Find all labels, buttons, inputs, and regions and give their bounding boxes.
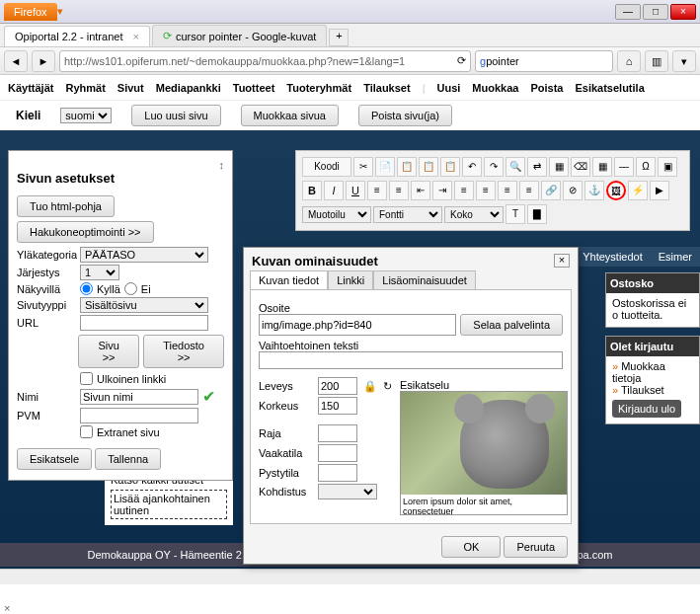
height-field[interactable] <box>318 397 357 415</box>
menu-delete[interactable]: Poista <box>530 82 563 94</box>
browse-server-button[interactable]: Selaa palvelinta <box>460 314 563 336</box>
file-chooser-button[interactable]: Tiedosto >> <box>143 335 224 368</box>
pagetype-select[interactable]: Sisältösivu <box>80 297 208 313</box>
indent-icon[interactable]: ⇥ <box>432 181 452 200</box>
name-field[interactable] <box>80 389 198 405</box>
replace-icon[interactable]: ⇄ <box>527 157 547 177</box>
add-news-button[interactable]: Lisää ajankohtainen uutinen <box>111 490 227 519</box>
close-button[interactable]: × <box>670 4 696 20</box>
bullet-list-icon[interactable]: ≡ <box>389 181 409 200</box>
redo-icon[interactable]: ↷ <box>484 157 504 177</box>
unlink-icon[interactable]: ⊘ <box>563 181 583 200</box>
lock-icon[interactable]: 🔒 <box>363 380 377 393</box>
maximize-button[interactable]: □ <box>643 4 668 20</box>
new-page-button[interactable]: Luo uusi sivu <box>131 105 220 126</box>
menu-preview[interactable]: Esikatselutila <box>575 82 644 94</box>
bgcolor-icon[interactable]: ▇ <box>527 204 547 224</box>
menu-button[interactable]: ▾ <box>672 50 696 72</box>
reload-icon[interactable]: ⟳ <box>457 54 466 67</box>
format-select[interactable]: Muotoilu <box>302 206 371 223</box>
ok-button[interactable]: OK <box>441 536 501 558</box>
bookmarks-button[interactable]: ▥ <box>645 50 668 72</box>
numbered-list-icon[interactable]: ≡ <box>367 181 387 200</box>
new-tab-button[interactable]: + <box>329 29 349 46</box>
align-center-icon[interactable]: ≡ <box>476 181 496 200</box>
menu-new[interactable]: Uusi <box>437 82 461 94</box>
anchor-icon[interactable]: ⚓ <box>584 181 604 200</box>
language-select[interactable]: suomi <box>60 108 112 123</box>
border-field[interactable] <box>318 424 357 442</box>
save-button[interactable]: Tallenna <box>95 448 161 470</box>
textcolor-icon[interactable]: T <box>506 204 525 224</box>
tab-image-info[interactable]: Kuvan tiedot <box>250 270 328 289</box>
align-select[interactable] <box>318 484 377 499</box>
select-all-icon[interactable]: ▦ <box>549 157 569 177</box>
menu-productgroups[interactable]: Tuoteryhmät <box>286 82 351 94</box>
horizontal-scrollbar[interactable] <box>0 569 700 584</box>
external-link-checkbox[interactable] <box>80 372 93 385</box>
size-select[interactable]: Koko <box>444 206 504 223</box>
justify-icon[interactable]: ≡ <box>519 181 539 200</box>
order-select[interactable]: 1 <box>80 265 119 280</box>
font-select[interactable]: Fontti <box>373 206 442 223</box>
logout-button[interactable]: Kirjaudu ulo <box>612 400 681 418</box>
flash-icon[interactable]: ⚡ <box>628 181 648 200</box>
table-icon[interactable]: ▦ <box>592 157 612 177</box>
dialog-close-button[interactable]: × <box>554 254 570 268</box>
seo-button[interactable]: Hakukoneoptimointi >> <box>17 221 154 243</box>
image-icon[interactable]: 🖼 <box>606 181 626 200</box>
extranet-checkbox[interactable] <box>80 425 93 438</box>
find-icon[interactable]: 🔍 <box>506 157 525 177</box>
underline-icon[interactable]: U <box>346 181 365 200</box>
visible-yes-radio[interactable] <box>80 282 93 295</box>
url-field[interactable] <box>80 315 208 331</box>
undo-icon[interactable]: ↶ <box>462 157 482 177</box>
paste-word-icon[interactable]: 📋 <box>440 157 460 177</box>
align-left-icon[interactable]: ≡ <box>454 181 474 200</box>
edit-info-link[interactable]: Muokkaa tietoja <box>612 360 693 384</box>
cut-icon[interactable]: ✂ <box>353 157 373 177</box>
link-icon[interactable]: 🔗 <box>541 181 561 200</box>
video-icon[interactable]: ▶ <box>650 181 669 200</box>
clear-format-icon[interactable]: ⌫ <box>571 157 590 177</box>
vspace-field[interactable] <box>318 464 357 482</box>
preview-button[interactable]: Esikatsele <box>17 448 92 470</box>
forward-button[interactable]: ► <box>32 50 55 72</box>
url-input[interactable] <box>64 55 457 67</box>
page-chooser-button[interactable]: Sivu >> <box>78 335 139 368</box>
hr-icon[interactable]: — <box>614 157 634 177</box>
reset-icon[interactable]: ↻ <box>383 380 392 393</box>
copy-icon[interactable]: 📄 <box>375 157 395 177</box>
outdent-icon[interactable]: ⇤ <box>411 181 430 200</box>
orders-link[interactable]: Tilaukset <box>612 384 693 396</box>
home-button[interactable]: ⌂ <box>617 50 641 72</box>
paste-icon[interactable]: 📋 <box>397 157 417 177</box>
menu-pages[interactable]: Sivut <box>117 82 144 94</box>
edit-page-button[interactable]: Muokkaa sivua <box>241 105 339 126</box>
browser-tab[interactable]: ⟳ cursor pointer - Google-kuvat <box>152 25 327 46</box>
cancel-button[interactable]: Peruuta <box>504 536 568 558</box>
back-button[interactable]: ◄ <box>4 50 28 72</box>
menu-media[interactable]: Mediapankki <box>156 82 221 94</box>
align-right-icon[interactable]: ≡ <box>498 181 517 200</box>
visible-no-radio[interactable] <box>124 282 137 295</box>
parent-category-select[interactable]: PÄÄTASO <box>80 247 208 263</box>
status-close[interactable]: × <box>4 602 10 614</box>
minimize-button[interactable]: — <box>615 4 641 20</box>
menu-orders[interactable]: Tilaukset <box>363 82 411 94</box>
menu-groups[interactable]: Ryhmät <box>65 82 105 94</box>
firefox-menu[interactable]: Firefox <box>4 3 57 21</box>
paste-text-icon[interactable]: 📋 <box>419 157 438 177</box>
alt-text-field[interactable] <box>259 351 563 369</box>
menu-users[interactable]: Käyttäjät <box>8 82 53 94</box>
tab-link[interactable]: Linkki <box>328 270 373 289</box>
menu-edit[interactable]: Muokkaa <box>472 82 518 94</box>
date-field[interactable] <box>80 408 198 423</box>
search-input[interactable] <box>486 55 608 67</box>
hspace-field[interactable] <box>318 444 357 462</box>
browser-tab[interactable]: Opiportal 2.2 - intranet× <box>4 26 150 46</box>
special-char-icon[interactable]: Ω <box>636 157 656 177</box>
tab-advanced[interactable]: Lisäominaisuudet <box>373 270 476 289</box>
import-html-button[interactable]: Tuo html-pohja <box>17 195 115 217</box>
source-button[interactable]: Koodi <box>302 157 351 177</box>
